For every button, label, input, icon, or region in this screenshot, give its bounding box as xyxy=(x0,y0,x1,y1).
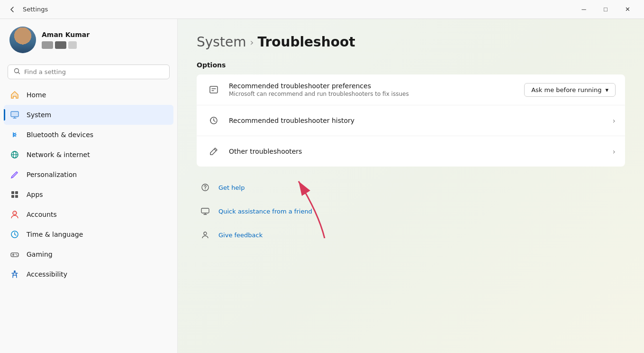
card-icon-recommended-history xyxy=(206,113,221,128)
sidebar-item-accessibility[interactable]: Accessibility xyxy=(4,264,173,284)
titlebar: Settings ─ □ ✕ xyxy=(0,0,644,19)
nav-label-accounts: Accounts xyxy=(27,211,57,218)
search-box[interactable] xyxy=(8,65,170,79)
search-input[interactable] xyxy=(24,68,163,75)
card-text-recommended-history: Recommended troubleshooter history xyxy=(229,117,605,124)
avatar xyxy=(9,27,36,53)
dropdown-recommended-prefs[interactable]: Ask me before running ▾ xyxy=(524,83,616,97)
svg-rect-1 xyxy=(11,111,18,117)
card-icon-recommended-prefs xyxy=(206,82,221,97)
card-subtitle-recommended-prefs: Microsoft can recommend and run troubles… xyxy=(229,91,517,97)
svg-rect-5 xyxy=(11,191,14,194)
search-container xyxy=(0,61,177,85)
svg-point-9 xyxy=(13,211,17,215)
nav-label-gaming: Gaming xyxy=(27,251,53,258)
card-other-troubleshooters[interactable]: Other troubleshooters › xyxy=(197,136,625,167)
help-icon-get-help xyxy=(199,181,212,194)
close-button[interactable]: ✕ xyxy=(617,0,638,19)
card-right-other-troubleshooters: › xyxy=(613,147,616,156)
dropdown-label-recommended-prefs: Ask me before running xyxy=(531,86,601,93)
content-wrapper: System › Troubleshoot Options Recommende… xyxy=(197,34,625,246)
section-title: Options xyxy=(197,61,625,69)
sidebar-item-accounts[interactable]: Accounts xyxy=(4,204,173,224)
card-recommended-history[interactable]: Recommended troubleshooter history › xyxy=(197,105,625,136)
card-icon-other-troubleshooters xyxy=(206,144,221,159)
help-link-give-feedback[interactable]: Give feedback xyxy=(218,232,263,239)
svg-rect-8 xyxy=(15,195,18,198)
nav-icon-network xyxy=(9,149,20,160)
nav-label-system: System xyxy=(27,111,51,119)
nav-icon-personalization xyxy=(9,169,20,180)
sidebar-item-personalization[interactable]: Personalization xyxy=(4,165,173,185)
breadcrumb-system[interactable]: System xyxy=(197,34,246,50)
chevron-down-icon: ▾ xyxy=(605,86,608,93)
svg-rect-15 xyxy=(210,86,218,93)
card-right-recommended-prefs: Ask me before running ▾ xyxy=(524,83,616,97)
help-item-give-feedback[interactable]: Give feedback xyxy=(197,223,625,246)
nav-icon-apps xyxy=(9,189,20,200)
main-content: System › Troubleshoot Options Recommende… xyxy=(178,19,644,353)
sidebar-item-time[interactable]: Time & language xyxy=(4,224,173,244)
user-profile[interactable]: Aman Kumar xyxy=(0,19,177,61)
badge-2 xyxy=(55,41,66,49)
svg-rect-7 xyxy=(11,195,14,198)
help-item-get-help[interactable]: Get help xyxy=(197,176,625,199)
back-button[interactable] xyxy=(6,3,19,16)
nav-list: Home System Bluetooth & devices Network … xyxy=(0,85,177,353)
nav-icon-gaming xyxy=(9,249,20,260)
card-title-recommended-prefs: Recommended troubleshooter preferences xyxy=(229,82,517,90)
svg-point-14 xyxy=(14,270,16,272)
chevron-right-icon: › xyxy=(613,116,616,125)
help-section: Get help Quick assistance from a friend … xyxy=(197,176,625,246)
app-body: Aman Kumar H xyxy=(0,19,644,353)
nav-label-network: Network & internet xyxy=(27,151,90,158)
nav-icon-home xyxy=(9,90,20,100)
nav-label-personalization: Personalization xyxy=(27,171,77,178)
user-badges xyxy=(42,41,90,49)
sidebar-item-home[interactable]: Home xyxy=(4,85,173,105)
nav-label-accessibility: Accessibility xyxy=(27,270,67,278)
help-icon-give-feedback xyxy=(199,228,212,242)
sidebar-item-apps[interactable]: Apps xyxy=(4,185,173,204)
sidebar: Aman Kumar H xyxy=(0,19,178,353)
card-title-recommended-history: Recommended troubleshooter history xyxy=(229,117,605,124)
nav-label-home: Home xyxy=(27,91,46,99)
svg-point-12 xyxy=(16,254,17,255)
help-link-quick-assistance[interactable]: Quick assistance from a friend xyxy=(218,208,312,215)
nav-label-bluetooth: Bluetooth & devices xyxy=(27,131,93,139)
sidebar-item-system[interactable]: System xyxy=(4,105,173,125)
card-text-recommended-prefs: Recommended troubleshooter preferences M… xyxy=(229,82,517,97)
minimize-button[interactable]: ─ xyxy=(573,0,595,19)
maximize-button[interactable]: □ xyxy=(595,0,617,19)
nav-icon-bluetooth xyxy=(9,130,20,140)
nav-label-apps: Apps xyxy=(27,191,43,198)
sidebar-item-gaming[interactable]: Gaming xyxy=(4,244,173,264)
nav-icon-time xyxy=(9,229,20,240)
sidebar-item-network[interactable]: Network & internet xyxy=(4,145,173,165)
svg-rect-19 xyxy=(201,208,209,213)
card-text-other-troubleshooters: Other troubleshooters xyxy=(229,148,605,155)
user-info: Aman Kumar xyxy=(42,31,90,49)
card-recommended-prefs[interactable]: Recommended troubleshooter preferences M… xyxy=(197,74,625,105)
card-title-other-troubleshooters: Other troubleshooters xyxy=(229,148,605,155)
svg-point-18 xyxy=(205,189,205,189)
breadcrumb-current: Troubleshoot xyxy=(257,34,355,50)
nav-label-time: Time & language xyxy=(27,231,83,238)
help-icon-quick-assistance xyxy=(199,204,212,218)
card-right-recommended-history: › xyxy=(613,116,616,125)
breadcrumb: System › Troubleshoot xyxy=(197,34,625,50)
badge-3 xyxy=(68,41,77,49)
svg-point-20 xyxy=(204,232,207,235)
sidebar-item-bluetooth[interactable]: Bluetooth & devices xyxy=(4,125,173,145)
svg-point-13 xyxy=(17,255,18,256)
help-item-quick-assistance[interactable]: Quick assistance from a friend xyxy=(197,200,625,223)
titlebar-title: Settings xyxy=(23,6,573,13)
search-icon xyxy=(14,68,20,76)
chevron-right-icon: › xyxy=(613,147,616,156)
help-link-get-help[interactable]: Get help xyxy=(218,184,245,191)
nav-icon-accessibility xyxy=(9,269,20,279)
nav-icon-accounts xyxy=(9,209,20,220)
svg-rect-6 xyxy=(15,191,18,194)
badge-1 xyxy=(42,41,53,49)
window-controls: ─ □ ✕ xyxy=(573,0,638,19)
